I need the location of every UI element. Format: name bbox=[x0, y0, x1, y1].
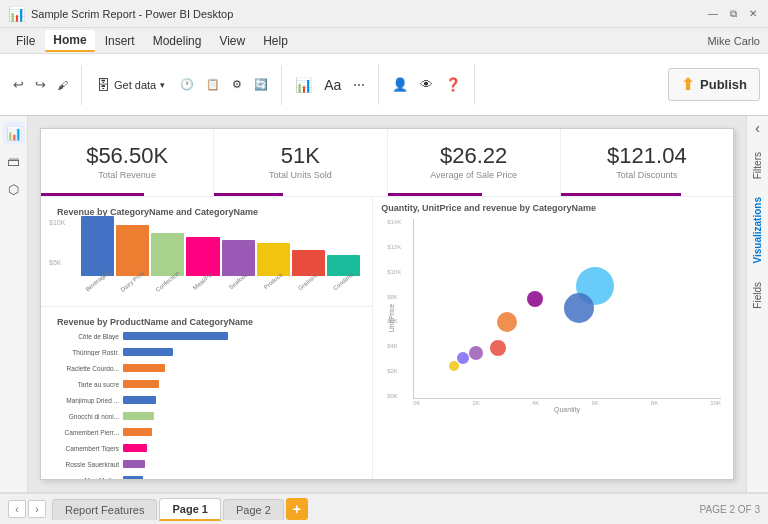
ytick-2: $10K bbox=[387, 269, 401, 275]
kpi-total-revenue: $56.50K Total Revenue bbox=[41, 129, 214, 196]
bar bbox=[257, 243, 290, 276]
minimize-btn[interactable]: — bbox=[706, 7, 720, 21]
ribbon-separator-3 bbox=[378, 65, 379, 105]
window-title: Sample Scrim Report - Power BI Desktop bbox=[31, 8, 706, 20]
panel-tabs: Filters Visualizations Fields bbox=[748, 140, 767, 320]
bar-chart: BeveragesDairy Prod.Confection.Meat/Po.S… bbox=[77, 219, 364, 284]
hbar-label: Rossle Sauerkraut bbox=[49, 461, 119, 468]
bar-group: Produce bbox=[257, 243, 290, 284]
bar-group: Dairy Prod. bbox=[116, 225, 149, 284]
menu-help[interactable]: Help bbox=[255, 31, 296, 51]
kpi-units-bar bbox=[214, 193, 386, 196]
xtick-5: 10K bbox=[710, 400, 721, 406]
bar-group: Meat/Po. bbox=[186, 237, 219, 284]
textbox-icon: Aa bbox=[324, 77, 341, 93]
report-canvas: $56.50K Total Revenue 51K Total Units So… bbox=[40, 128, 734, 480]
hbar-row: Tarte au sucre bbox=[49, 377, 364, 391]
ytick-6: $2K bbox=[387, 368, 401, 374]
kpi-revenue-bar bbox=[41, 193, 213, 196]
view-as-button[interactable]: 👁 bbox=[415, 74, 438, 95]
hbar-fill bbox=[123, 332, 228, 340]
visualizations-tab[interactable]: Visualizations bbox=[748, 189, 767, 272]
more-visuals-button[interactable]: ⋯ bbox=[348, 75, 370, 95]
kpi-avg-bar bbox=[388, 193, 560, 196]
hbar-chart-title: Revenue by ProductName and CategoryName bbox=[49, 311, 364, 329]
report-view-icon[interactable]: 📊 bbox=[3, 122, 25, 144]
hbar-label: Manjimup Dried ... bbox=[49, 397, 119, 404]
y-tick-mid: $5K bbox=[49, 259, 61, 266]
hbar-fill bbox=[123, 460, 145, 468]
hbar-fill bbox=[123, 476, 143, 479]
nav-next-button[interactable]: › bbox=[28, 500, 46, 518]
hbar-fill bbox=[123, 428, 152, 436]
menu-file[interactable]: File bbox=[8, 31, 43, 51]
hbar-row: Thüringer Rostr. bbox=[49, 345, 364, 359]
hbar-fill bbox=[123, 380, 159, 388]
table-icon: 📋 bbox=[206, 78, 220, 91]
tab-page-1[interactable]: Page 1 bbox=[159, 498, 220, 521]
add-page-button[interactable]: + bbox=[286, 498, 308, 520]
xtick-2: 4K bbox=[532, 400, 539, 406]
scatter-wrapper: UnitPrice $14K $12K $10K $8K $6K $4K $2K… bbox=[373, 215, 733, 421]
canvas-area: $56.50K Total Revenue 51K Total Units So… bbox=[28, 116, 746, 492]
hbar-label: Camembert Pierr... bbox=[49, 429, 119, 436]
format-painter-button[interactable]: 🖌 bbox=[52, 75, 73, 95]
qa-button[interactable]: ❓ bbox=[440, 74, 466, 95]
kpi-row: $56.50K Total Revenue 51K Total Units So… bbox=[41, 129, 733, 197]
tab-report-features[interactable]: Report Features bbox=[52, 499, 157, 520]
kpi-avg-label: Average of Sale Price bbox=[430, 170, 517, 180]
qa-icon: ❓ bbox=[445, 77, 461, 92]
menu-view[interactable]: View bbox=[211, 31, 253, 51]
charts-row: Revenue by CategoryName and CategoryName… bbox=[41, 197, 733, 479]
hbar-row: Raclette Courdo... bbox=[49, 361, 364, 375]
model-view-icon[interactable]: ⬡ bbox=[3, 178, 25, 200]
data-view-icon[interactable]: 🗃 bbox=[3, 150, 25, 172]
refresh-button[interactable]: 🔄 bbox=[249, 75, 273, 94]
left-charts: Revenue by CategoryName and CategoryName… bbox=[41, 197, 373, 479]
hbar-row: Côte de Blaye bbox=[49, 329, 364, 343]
bar-group: Beverages bbox=[81, 216, 114, 284]
visual-icon: 📊 bbox=[295, 77, 312, 93]
hbar-label: Alice Mutton bbox=[49, 477, 119, 480]
refresh-icon: 🔄 bbox=[254, 78, 268, 91]
tab-page-2[interactable]: Page 2 bbox=[223, 499, 284, 520]
transform-data-button[interactable]: ⚙ bbox=[227, 75, 247, 94]
scatter-y-ticks: $14K $12K $10K $8K $6K $4K $2K $0K bbox=[387, 219, 401, 399]
menu-insert[interactable]: Insert bbox=[97, 31, 143, 51]
filters-tab[interactable]: Filters bbox=[748, 144, 767, 187]
redo-button[interactable]: ↪ bbox=[30, 73, 51, 96]
kpi-units-label: Total Units Sold bbox=[269, 170, 332, 180]
text-box-button[interactable]: Aa bbox=[319, 74, 346, 96]
publish-button[interactable]: ⬆ Publish bbox=[668, 68, 760, 101]
menu-home[interactable]: Home bbox=[45, 30, 94, 52]
bar bbox=[116, 225, 149, 276]
hbar-fill bbox=[123, 348, 173, 356]
page-indicator: PAGE 2 OF 3 bbox=[700, 504, 760, 515]
enter-data-button[interactable]: 📋 bbox=[201, 75, 225, 94]
nav-prev-button[interactable]: ‹ bbox=[8, 500, 26, 518]
close-btn[interactable]: ✕ bbox=[746, 7, 760, 21]
fields-tab[interactable]: Fields bbox=[748, 274, 767, 317]
undo-button[interactable]: ↩ bbox=[8, 73, 29, 96]
new-visual-button[interactable]: 📊 bbox=[290, 74, 317, 96]
bar bbox=[292, 250, 325, 276]
view-icon: 👁 bbox=[420, 77, 433, 92]
get-data-button[interactable]: 🗄 Get data ▾ bbox=[90, 73, 171, 97]
recent-sources-button[interactable]: 🕐 bbox=[175, 75, 199, 94]
kpi-discounts: $121.04 Total Discounts bbox=[561, 129, 733, 196]
hbar-row: Rossle Sauerkraut bbox=[49, 457, 364, 471]
menu-modeling[interactable]: Modeling bbox=[145, 31, 210, 51]
roles-icon: 👤 bbox=[392, 77, 408, 92]
manage-roles-button[interactable]: 👤 bbox=[387, 74, 413, 95]
ytick-0: $14K bbox=[387, 219, 401, 225]
menu-bar: File Home Insert Modeling View Help Mike… bbox=[0, 28, 768, 54]
panel-collapse-button[interactable]: ‹ bbox=[751, 116, 764, 140]
scatter-bubble bbox=[497, 312, 517, 332]
ribbon-separator-2 bbox=[281, 65, 282, 105]
y-tick-top: $10K bbox=[49, 219, 65, 226]
ytick-5: $4K bbox=[387, 343, 401, 349]
hbar-chart-container: Revenue by ProductName and CategoryName … bbox=[41, 307, 372, 479]
bar-group: Grains/C. bbox=[292, 250, 325, 284]
scatter-bubble bbox=[457, 352, 469, 364]
restore-btn[interactable]: ⧉ bbox=[726, 7, 740, 21]
